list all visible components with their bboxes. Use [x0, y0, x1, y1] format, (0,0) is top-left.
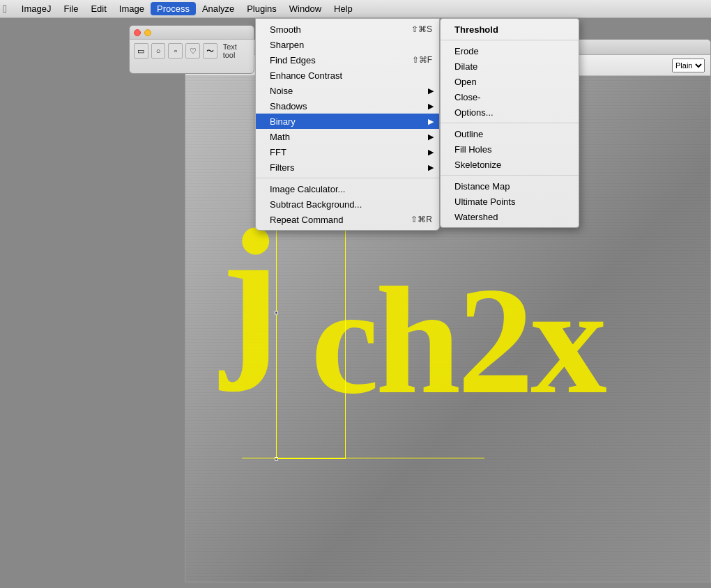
- tool-close-button[interactable]: [134, 29, 141, 36]
- submenu-dilate[interactable]: Dilate: [441, 59, 579, 74]
- submenu-threshold[interactable]: Threshold: [441, 22, 579, 37]
- image-text: ch2x: [311, 264, 604, 417]
- menu-plugins[interactable]: Plugins: [240, 2, 283, 15]
- selection-handle-ml[interactable]: [275, 311, 278, 315]
- menu-find-edges[interactable]: Find Edges ⇧⌘F: [256, 52, 439, 68]
- submenu-open[interactable]: Open: [441, 74, 579, 89]
- apple-logo-icon[interactable]: : [3, 3, 7, 15]
- tool-titlebar: [130, 26, 254, 40]
- tool-icons: ▭ ○ ▫ ♡ 〜 Text tool: [130, 40, 254, 62]
- menubar:  ImageJ File Edit Image Process Analyze…: [0, 0, 711, 18]
- process-dropdown-menu: Smooth ⇧⌘S Sharpen Find Edges ⇧⌘F Enhanc…: [255, 18, 440, 231]
- menu-noise[interactable]: Noise ▶: [256, 83, 439, 98]
- tool-polygon-icon[interactable]: ▫: [168, 43, 183, 59]
- submenu-fill-holes[interactable]: Fill Holes: [441, 141, 579, 157]
- menu-smooth[interactable]: Smooth ⇧⌘S: [256, 22, 439, 37]
- tool-label: Text tool: [223, 42, 250, 59]
- menu-edit[interactable]: Edit: [84, 2, 112, 15]
- noise-arrow-icon: ▶: [428, 86, 434, 95]
- font-select[interactable]: Plain: [672, 59, 705, 72]
- submenu-skeletonize[interactable]: Skeletonize: [441, 157, 579, 172]
- menu-help[interactable]: Help: [328, 2, 359, 15]
- tool-freehand-icon[interactable]: ♡: [185, 43, 200, 59]
- menu-file[interactable]: File: [57, 2, 84, 15]
- menu-filters[interactable]: Filters ▶: [256, 160, 439, 175]
- menu-binary[interactable]: Binary ▶: [256, 114, 439, 129]
- submenu-outline[interactable]: Outline: [441, 126, 579, 141]
- menu-process[interactable]: Process: [151, 2, 196, 15]
- shadows-arrow-icon: ▶: [428, 102, 434, 111]
- tool-brush-icon[interactable]: 〜: [203, 43, 217, 59]
- menu-enhance-contrast[interactable]: Enhance Contrast: [256, 68, 439, 83]
- binary-arrow-icon: ▶: [428, 117, 434, 126]
- menu-image[interactable]: Image: [113, 2, 151, 15]
- binary-submenu: Threshold Erode Dilate Open Close- Optio…: [440, 18, 579, 228]
- menu-separator-1: [256, 178, 439, 178]
- submenu-distance-map[interactable]: Distance Map: [441, 178, 579, 194]
- fft-arrow-icon: ▶: [428, 148, 434, 157]
- tool-oval-icon[interactable]: ○: [151, 43, 166, 59]
- menu-window[interactable]: Window: [283, 2, 328, 15]
- submenu-sep-3: [441, 175, 579, 176]
- menu-imagej[interactable]: ImageJ: [15, 2, 58, 15]
- menu-repeat-command[interactable]: Repeat Command ⇧⌘R: [256, 212, 439, 227]
- filters-arrow-icon: ▶: [428, 163, 434, 172]
- menu-fft[interactable]: FFT ▶: [256, 144, 439, 160]
- submenu-sep-1: [441, 40, 579, 40]
- math-arrow-icon: ▶: [428, 132, 434, 141]
- menu-subtract-background[interactable]: Subtract Background...: [256, 196, 439, 212]
- menu-analyze[interactable]: Analyze: [196, 2, 240, 15]
- menu-sharpen[interactable]: Sharpen: [256, 37, 439, 52]
- menu-shadows[interactable]: Shadows ▶: [256, 98, 439, 114]
- submenu-close[interactable]: Close-: [441, 89, 579, 105]
- tool-minimize-button[interactable]: [144, 29, 151, 36]
- submenu-erode[interactable]: Erode: [441, 43, 579, 59]
- submenu-sep-2: [441, 123, 579, 123]
- tool-window: ▭ ○ ▫ ♡ 〜 Text tool: [129, 25, 254, 74]
- submenu-watershed[interactable]: Watershed: [441, 209, 579, 224]
- menu-image-calculator[interactable]: Image Calculator...: [256, 181, 439, 196]
- tool-rectangle-icon[interactable]: ▭: [134, 43, 148, 59]
- submenu-ultimate-points[interactable]: Ultimate Points: [441, 194, 579, 209]
- selection-line: [242, 458, 484, 458]
- menu-math[interactable]: Math ▶: [256, 129, 439, 144]
- submenu-options[interactable]: Options...: [441, 105, 579, 120]
